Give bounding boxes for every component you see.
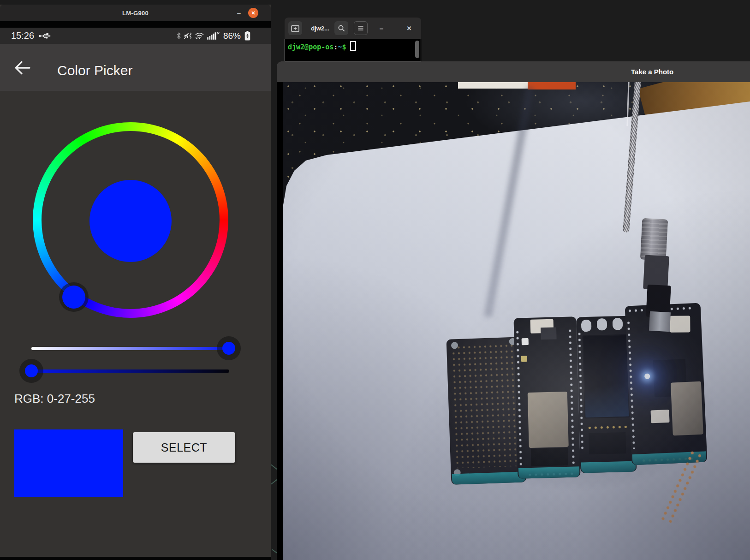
pcb-edge: [518, 466, 580, 478]
rf-shield: [528, 392, 569, 448]
search-button[interactable]: [334, 21, 348, 35]
phone-notch-strip: [0, 21, 271, 28]
select-button[interactable]: SELECT: [133, 432, 235, 463]
close-icon[interactable]: ✕: [403, 18, 416, 39]
app-bar: [0, 44, 271, 91]
terminal-titlebar[interactable]: [285, 18, 421, 39]
prompt-user-host: djw2@pop-os: [288, 43, 333, 51]
android-status-bar: 15:26: [0, 28, 271, 44]
perfboard-grid: [451, 343, 522, 469]
camera-photo: [283, 82, 750, 560]
back-arrow-icon[interactable]: [12, 59, 31, 77]
solder-pad: [613, 318, 623, 330]
prompt-symbol: $: [342, 43, 346, 51]
saturation-slider[interactable]: [31, 347, 229, 350]
mute-vibrate-icon: [184, 32, 192, 40]
page-title: Color Picker: [57, 63, 132, 78]
terminal-scrollbar[interactable]: [415, 41, 419, 58]
gold-pin-row: [587, 425, 628, 430]
rgb-value-label: RGB: 0-27-255: [14, 392, 95, 406]
dev-board-feather: [513, 316, 580, 478]
phone-titlebar[interactable]: LM-G900 – ✕: [0, 5, 271, 21]
smd-chip: [521, 356, 527, 362]
pin-header: [568, 328, 576, 466]
photo-header-bar: [277, 61, 750, 82]
background-object-white: [458, 82, 528, 89]
solder-pad: [597, 318, 607, 331]
battery-percent: 86%: [223, 31, 241, 41]
new-tab-icon: [291, 24, 299, 32]
terminal-screen[interactable]: djw2@pop-os:~$: [285, 39, 421, 61]
camera-photo-window: Take a Photo: [277, 61, 750, 560]
status-time: 15:26: [11, 30, 34, 41]
smd-led: [522, 338, 529, 345]
black-module: [589, 432, 626, 454]
desktop: LM-G900 – ✕ 15:26: [0, 0, 750, 560]
menu-button[interactable]: [354, 21, 368, 35]
value-slider[interactable]: [31, 369, 229, 373]
minimize-button[interactable]: –: [375, 18, 388, 39]
rf-shield: [671, 381, 703, 436]
color-preview-swatch: [14, 429, 123, 497]
wifi-icon: [195, 32, 204, 40]
terminal-tab-title[interactable]: djw2...: [307, 18, 333, 39]
saturation-knob[interactable]: [222, 342, 235, 355]
terminal-window: djw2... – ✕ djw2@pop-os:~$: [285, 18, 421, 61]
bluetooth-icon: [176, 32, 181, 40]
new-tab-button[interactable]: [288, 21, 302, 35]
close-button[interactable]: ✕: [248, 8, 258, 18]
take-a-photo-button[interactable]: Take a Photo: [631, 61, 673, 82]
terminal-cursor: [350, 41, 356, 51]
phone-nav-strip: [0, 557, 271, 560]
hue-knob[interactable]: [62, 286, 85, 309]
search-icon: [338, 24, 345, 32]
value-knob[interactable]: [25, 364, 38, 377]
black-module: [531, 448, 568, 466]
usb-connector-metal: [640, 218, 668, 261]
battery-icon: [244, 31, 250, 41]
terminal-prompt: djw2@pop-os:~$: [288, 42, 356, 52]
signal-icon: [207, 32, 220, 40]
minimize-button[interactable]: –: [233, 5, 244, 21]
white-connector: [670, 316, 690, 332]
usb-icon: [39, 32, 51, 39]
white-connector: [650, 410, 669, 423]
oled-display: [583, 334, 630, 419]
pcb-edge: [581, 461, 636, 473]
usb-plug-tip: [649, 311, 671, 332]
hamburger-menu-icon: [357, 24, 365, 32]
blue-led: [644, 374, 650, 380]
selected-color-circle: [89, 180, 172, 262]
background-object-orange: [528, 82, 576, 89]
solder-pad: [581, 320, 592, 332]
phone-window-title: LM-G900: [0, 10, 271, 17]
phone-mirror-window: LM-G900 – ✕ 15:26: [0, 5, 271, 560]
status-icons-group: 86%: [176, 31, 250, 41]
ic-chip: [541, 327, 557, 340]
